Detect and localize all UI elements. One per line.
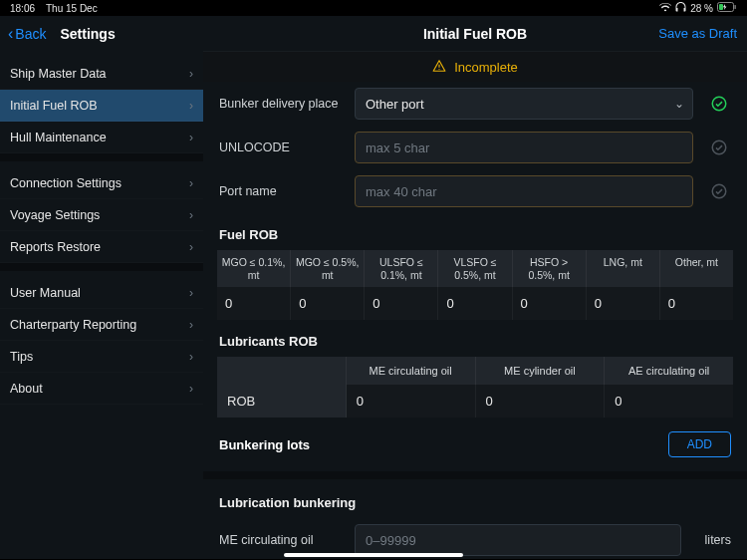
- sidebar-title: Settings: [60, 26, 115, 42]
- bunker-place-value: Other port: [366, 97, 424, 112]
- sidebar-item-label: About: [10, 382, 43, 396]
- lubrication-bunkering-heading: Lubrication bunkering: [203, 485, 747, 518]
- sidebar-item-tips[interactable]: Tips ›: [0, 341, 203, 373]
- sidebar-item-reports-restore[interactable]: Reports Restore ›: [0, 231, 203, 263]
- unlocode-label: UNLOCODE: [219, 140, 341, 154]
- sidebar-item-connection-settings[interactable]: Connection Settings ›: [0, 167, 203, 199]
- svg-point-4: [439, 68, 440, 69]
- chevron-left-icon: ‹: [8, 26, 13, 42]
- fuel-col-header: Other, mt: [660, 250, 733, 287]
- sidebar-item-label: Charterparty Reporting: [10, 318, 136, 332]
- me-circ-oil-placeholder: 0–99999: [366, 533, 416, 548]
- empty-check-icon: [707, 139, 731, 156]
- fuel-col-header: HSFO > 0.5%, mt: [513, 250, 587, 287]
- chevron-right-icon: ›: [189, 318, 193, 332]
- me-circ-oil-input[interactable]: 0–99999: [355, 524, 681, 556]
- unlocode-placeholder: max 5 char: [366, 140, 429, 155]
- back-label: Back: [15, 26, 46, 42]
- unlocode-input[interactable]: max 5 char: [355, 132, 693, 163]
- home-indicator[interactable]: [284, 553, 463, 557]
- lub-cell[interactable]: 0: [347, 385, 476, 418]
- lub-col-header: ME cylinder oil: [476, 357, 606, 385]
- sidebar-item-charterparty-reporting[interactable]: Charterparty Reporting ›: [0, 309, 203, 341]
- fuel-col-header: VLSFO ≤ 0.5%, mt: [438, 250, 512, 287]
- chevron-right-icon: ›: [189, 176, 193, 190]
- main-panel: Initial Fuel ROB Save as Draft Incomplet…: [203, 16, 747, 559]
- sidebar-item-ship-master-data[interactable]: Ship Master Data ›: [0, 58, 203, 90]
- svg-point-6: [712, 140, 726, 154]
- me-circ-oil-label: ME circulating oil: [219, 533, 341, 547]
- fuel-cell[interactable]: 0: [587, 287, 660, 320]
- bunkering-lots-heading: Bunkering lots: [219, 437, 310, 452]
- chevron-down-icon: ⌄: [674, 97, 684, 111]
- status-time: 18:06: [10, 3, 35, 14]
- svg-rect-2: [719, 4, 723, 10]
- chevron-right-icon: ›: [189, 99, 193, 113]
- chevron-right-icon: ›: [189, 208, 193, 222]
- portname-label: Port name: [219, 184, 341, 198]
- lubricants-table: ME circulating oil ME cylinder oil AE ci…: [217, 357, 733, 418]
- fuel-cell[interactable]: 0: [438, 287, 512, 320]
- fuel-col-header: LNG, mt: [587, 250, 660, 287]
- battery-percent: 28 %: [690, 3, 713, 14]
- sidebar-item-label: Ship Master Data: [10, 67, 107, 81]
- ios-status-bar: 18:06 Thu 15 Dec 28 %: [0, 0, 747, 16]
- lub-row-label: ROB: [217, 385, 347, 418]
- wifi-icon: [659, 3, 671, 14]
- fuel-rob-table: MGO ≤ 0.1%, mt MGO ≤ 0.5%, mt ULSFO ≤ 0.…: [217, 250, 733, 320]
- status-date: Thu 15 Dec: [46, 3, 98, 14]
- sidebar-item-label: User Manual: [10, 286, 81, 300]
- svg-point-5: [712, 97, 726, 111]
- fuel-col-header: ULSFO ≤ 0.1%, mt: [365, 250, 438, 287]
- status-banner: Incomplete: [203, 52, 747, 82]
- fuel-cell[interactable]: 0: [291, 287, 365, 320]
- svg-rect-1: [735, 5, 736, 9]
- add-bunkering-lot-button[interactable]: ADD: [668, 431, 731, 457]
- svg-point-7: [712, 184, 726, 198]
- portname-input[interactable]: max 40 char: [355, 175, 693, 207]
- portname-placeholder: max 40 char: [366, 184, 437, 199]
- chevron-right-icon: ›: [189, 382, 193, 396]
- chevron-right-icon: ›: [189, 131, 193, 144]
- fuel-cell[interactable]: 0: [365, 287, 438, 320]
- lub-col-header: ME circulating oil: [347, 357, 476, 385]
- sidebar-item-label: Connection Settings: [10, 176, 122, 190]
- chevron-right-icon: ›: [189, 67, 193, 81]
- sidebar-item-label: Initial Fuel ROB: [10, 99, 98, 113]
- lub-empty-header: [217, 357, 347, 385]
- chevron-right-icon: ›: [189, 286, 193, 300]
- page-title: Initial Fuel ROB: [423, 26, 527, 42]
- fuel-cell[interactable]: 0: [660, 287, 733, 320]
- sidebar-item-label: Reports Restore: [10, 240, 101, 254]
- status-text: Incomplete: [454, 60, 518, 75]
- sidebar-item-label: Hull Maintenance: [10, 131, 107, 144]
- lubricants-heading: Lubricants ROB: [203, 320, 747, 357]
- chevron-right-icon: ›: [189, 240, 193, 254]
- lub-cell[interactable]: 0: [605, 385, 733, 418]
- sidebar-item-user-manual[interactable]: User Manual ›: [0, 277, 203, 309]
- sidebar-item-label: Tips: [10, 350, 33, 364]
- headphones-icon: [675, 2, 686, 14]
- battery-icon: [717, 2, 737, 14]
- sidebar: ‹ Back Settings Ship Master Data › Initi…: [0, 16, 203, 559]
- valid-check-icon: [707, 95, 731, 113]
- sidebar-item-voyage-settings[interactable]: Voyage Settings ›: [0, 199, 203, 231]
- lub-cell[interactable]: 0: [476, 385, 606, 418]
- empty-check-icon: [707, 182, 731, 200]
- fuel-col-header: MGO ≤ 0.1%, mt: [217, 250, 291, 287]
- fuel-cell[interactable]: 0: [217, 287, 291, 320]
- sidebar-item-hull-maintenance[interactable]: Hull Maintenance ›: [0, 122, 203, 153]
- chevron-right-icon: ›: [189, 350, 193, 364]
- sidebar-item-initial-fuel-rob[interactable]: Initial Fuel ROB ›: [0, 90, 203, 122]
- sidebar-item-label: Voyage Settings: [10, 208, 100, 222]
- me-circ-oil-unit: liters: [705, 533, 731, 547]
- bunker-place-select[interactable]: Other port ⌄: [355, 88, 693, 120]
- warning-icon: [432, 59, 446, 76]
- fuel-cell[interactable]: 0: [513, 287, 587, 320]
- back-button[interactable]: ‹ Back: [8, 26, 46, 42]
- fuel-col-header: MGO ≤ 0.5%, mt: [291, 250, 365, 287]
- save-draft-button[interactable]: Save as Draft: [658, 26, 737, 41]
- sidebar-item-about[interactable]: About ›: [0, 373, 203, 405]
- lub-col-header: AE circulating oil: [605, 357, 733, 385]
- bunker-place-label: Bunker delivery place: [219, 97, 341, 111]
